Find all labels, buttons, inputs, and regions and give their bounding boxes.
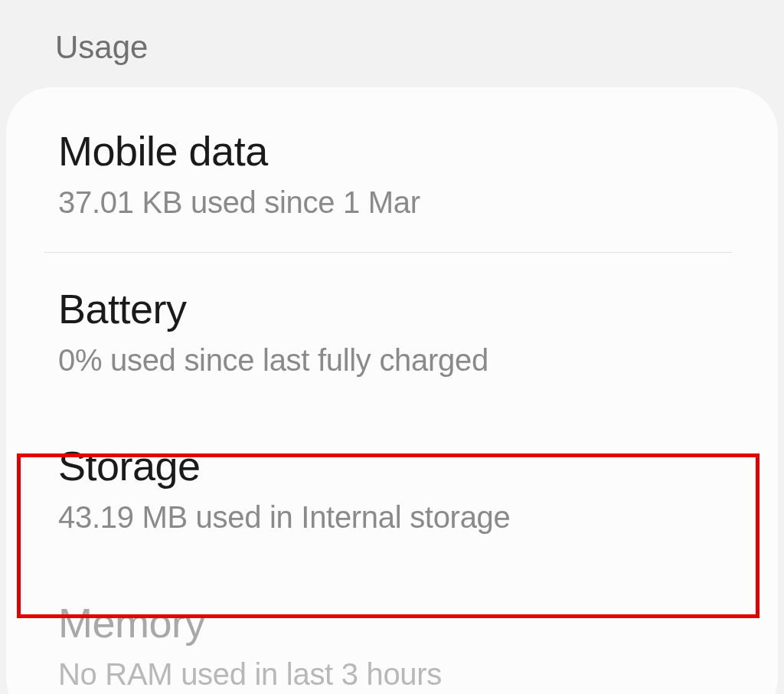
item-title: Battery <box>58 285 723 332</box>
item-subtitle: 43.19 MB used in Internal storage <box>58 500 723 535</box>
list-item-mobile-data[interactable]: Mobile data 37.01 KB used since 1 Mar <box>6 87 778 252</box>
item-subtitle: No RAM used in last 3 hours <box>58 657 723 692</box>
item-title: Mobile data <box>58 127 723 175</box>
list-item-storage[interactable]: Storage 43.19 MB used in Internal storag… <box>6 410 778 567</box>
section-header: Usage <box>0 0 784 87</box>
list-item-battery[interactable]: Battery 0% used since last fully charged <box>6 253 778 410</box>
item-title: Storage <box>58 442 723 489</box>
usage-card: Mobile data 37.01 KB used since 1 Mar Ba… <box>6 87 778 694</box>
list-item-memory: Memory No RAM used in last 3 hours <box>6 567 778 694</box>
item-subtitle: 37.01 KB used since 1 Mar <box>58 185 723 220</box>
item-title: Memory <box>58 599 723 647</box>
item-subtitle: 0% used since last fully charged <box>58 343 723 378</box>
